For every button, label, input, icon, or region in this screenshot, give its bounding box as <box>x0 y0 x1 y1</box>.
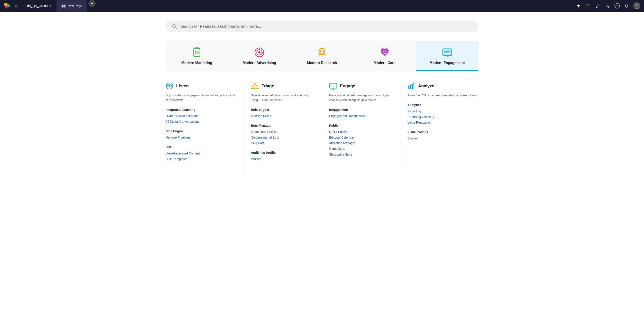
engagement-header: Engagement <box>329 108 393 111</box>
tab-icon <box>61 4 66 8</box>
svg-point-14 <box>636 4 638 6</box>
shoppable-store-link[interactable]: Shoppable Store <box>329 152 393 157</box>
audience-profile-links: Profiles <box>251 156 314 162</box>
reporting-glossary-link[interactable]: Reporting Glossary <box>408 114 478 120</box>
engage-desc: Engage and publish messages across multi… <box>329 93 393 103</box>
modern-care-icon <box>379 47 390 58</box>
conversational-bots-link[interactable]: Conversational Bots <box>251 135 314 140</box>
engage-icon <box>329 82 337 90</box>
manage-pipelines-link[interactable]: Manage Pipelines <box>166 135 236 140</box>
svg-rect-4 <box>62 5 64 6</box>
svg-rect-28 <box>443 49 452 56</box>
svg-text:2: 2 <box>587 6 588 8</box>
modern-engagement-label: Modern Engagement <box>430 61 465 65</box>
intents-entities-link[interactable]: Intents and Entities <box>251 129 314 135</box>
engagement-dashboards-link[interactable]: Engagement Dashboards <box>329 113 393 119</box>
svg-rect-38 <box>330 83 337 88</box>
svg-point-26 <box>383 51 384 52</box>
svg-rect-41 <box>408 86 410 89</box>
engagement-links: Engagement Dashboards <box>329 113 393 119</box>
manage-rules-link[interactable]: Manage Rules <box>251 113 314 119</box>
lightning-icon[interactable] <box>575 3 582 9</box>
ugc-link[interactable]: User-Generated Content <box>166 151 236 156</box>
integrated-listening-header: Integrated Listening <box>166 108 236 111</box>
faq-bots-link[interactable]: FAQ Bots <box>251 140 314 146</box>
quick-publish-link[interactable]: Quick Publish <box>329 129 393 135</box>
value-realization-link[interactable]: Value Realization <box>408 120 478 125</box>
app-logo[interactable] <box>4 2 11 10</box>
svg-point-23 <box>258 51 260 54</box>
listen-icon <box>166 82 174 90</box>
display-link[interactable]: Display <box>408 136 478 141</box>
user-avatar[interactable] <box>633 2 640 10</box>
svg-rect-42 <box>410 85 412 89</box>
listen-desc: Opportunities to engage on all owned and… <box>166 93 236 103</box>
owned-social-accounts-link[interactable]: Owned Social Accounts <box>166 113 236 119</box>
audience-manager-link[interactable]: Audience Manager <box>329 140 393 146</box>
analytics-header: Analytics <box>408 103 478 107</box>
reporting-link[interactable]: Reporting <box>408 109 478 114</box>
all-digital-conversations-link[interactable]: All Digital Conversations <box>166 119 236 124</box>
visualizations-header: Visualizations <box>408 130 478 134</box>
search-input[interactable] <box>180 24 472 29</box>
nav-tabs: New Page + <box>56 0 572 12</box>
tab-modern-advertising[interactable]: Modern Advertising <box>228 41 291 71</box>
svg-point-44 <box>414 83 415 84</box>
data-engine-header: Data Engine <box>166 129 236 133</box>
calendar-icon[interactable]: 2 <box>585 3 591 9</box>
listen-column: Listen Opportunities to engage on all ow… <box>166 80 244 174</box>
engage-column: Engage Engage and publish messages acros… <box>322 80 400 174</box>
svg-point-32 <box>168 86 169 86</box>
svg-point-33 <box>170 86 171 86</box>
help-icon[interactable]: ? <box>614 3 620 9</box>
content-columns: Listen Opportunities to engage on all ow… <box>166 80 478 174</box>
analyze-column: Analyze Prove the ROI of modern channels… <box>400 80 478 174</box>
profiles-link[interactable]: Profiles <box>251 156 314 162</box>
rule-engine-header: Rule Engine <box>251 108 314 111</box>
tab-modern-research[interactable]: Modern Research <box>291 41 353 71</box>
publish-header: Publish <box>329 124 393 127</box>
add-tab-button[interactable]: + <box>88 0 96 7</box>
category-tabs: Modern Marketing Modern Advertising <box>166 41 478 71</box>
modern-marketing-icon <box>191 47 202 58</box>
analyze-icon <box>408 82 416 90</box>
phone-icon[interactable] <box>605 3 611 9</box>
editorial-calendar-link[interactable]: Editorial Calendar <box>329 135 393 140</box>
analytics-links: Reporting Reporting Glossary Value Reali… <box>408 109 478 126</box>
workspace-chevron: ▾ <box>50 4 51 8</box>
active-tab[interactable]: New Page <box>56 0 87 12</box>
triage-icon <box>251 82 259 90</box>
svg-rect-18 <box>194 48 199 48</box>
svg-rect-5 <box>62 6 64 7</box>
tab-title: New Page <box>68 4 82 8</box>
rule-engine-links: Manage Rules <box>251 113 314 119</box>
triage-column: Triage Save time and effort in triaging … <box>244 80 322 174</box>
workspace-selector[interactable]: Prod0_QA_Client1 ▾ <box>22 4 51 8</box>
ugc-links: User-Generated Content UGC Templates <box>166 151 236 162</box>
svg-point-31 <box>168 85 170 87</box>
integrated-listening-links: Owned Social Accounts All Digital Conver… <box>166 113 236 124</box>
svg-rect-7 <box>586 4 590 8</box>
campaigns-link[interactable]: Campaigns <box>329 146 393 151</box>
topnav: ⊞ Prod0_QA_Client1 ▾ New Page + <box>0 0 644 12</box>
tab-modern-marketing[interactable]: Modern Marketing <box>166 41 228 71</box>
edit-icon[interactable] <box>595 3 601 9</box>
svg-point-27 <box>385 51 386 52</box>
audience-profile-header: Audience Profile <box>251 151 314 154</box>
grid-icon[interactable]: ⊞ <box>14 3 20 9</box>
svg-point-25 <box>320 50 324 53</box>
bots-manager-header: Bots Manager <box>251 124 314 127</box>
modern-advertising-label: Modern Advertising <box>242 61 276 65</box>
tab-modern-care[interactable]: Modern Care <box>353 41 416 71</box>
workspace-name: Prod0_QA_Client1 <box>22 4 48 8</box>
notifications-icon[interactable] <box>624 3 630 9</box>
ugc-templates-link[interactable]: UGC Templates <box>166 156 236 162</box>
tab-modern-engagement[interactable]: Modern Engagement <box>416 41 478 71</box>
triage-title: Triage <box>262 84 274 88</box>
bots-manager-links: Intents and Entities Conversational Bots… <box>251 129 314 146</box>
modern-research-icon <box>316 47 328 58</box>
modern-marketing-label: Modern Marketing <box>181 61 212 65</box>
visualizations-links: Display <box>408 136 478 141</box>
search-icon <box>172 24 177 29</box>
engage-title: Engage <box>340 84 355 88</box>
